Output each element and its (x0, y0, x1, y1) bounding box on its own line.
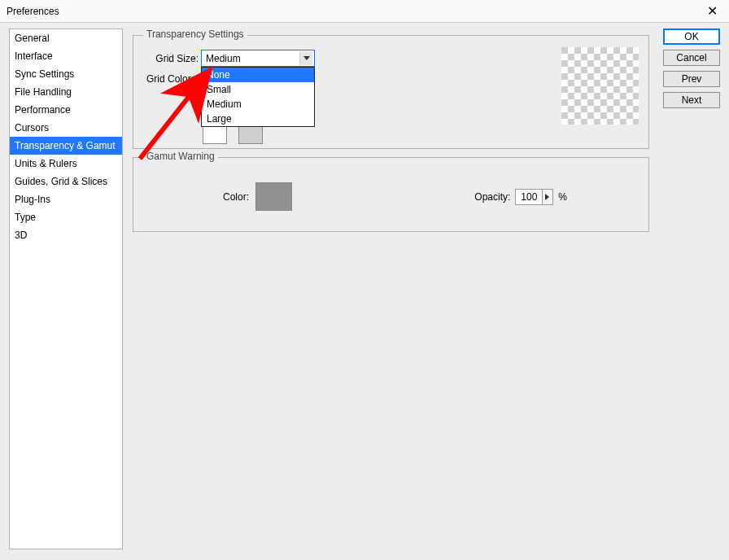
opacity-label: Opacity: (474, 191, 510, 203)
sidebar-item-sync-settings[interactable]: Sync Settings (10, 65, 122, 83)
cancel-button[interactable]: Cancel (663, 50, 720, 66)
dropdown-option-large[interactable]: Large (202, 112, 314, 126)
transparency-legend: Transparency Settings (143, 28, 247, 40)
button-label: Prev (682, 73, 702, 85)
chevron-down-icon (299, 51, 312, 65)
transparency-settings-group: Transparency Settings Grid Size: Medium … (133, 35, 649, 149)
sidebar-item-label: 3D (15, 230, 27, 241)
button-label: Next (682, 94, 702, 106)
sidebar-item-transparency-gamut[interactable]: Transparency & Gamut (10, 137, 122, 155)
sidebar-item-label: General (15, 33, 50, 44)
dialog-buttons: OK Cancel Prev Next (663, 28, 720, 113)
window-title: Preferences (7, 6, 59, 17)
option-label: Large (207, 113, 232, 125)
sidebar-item-label: Sync Settings (15, 68, 74, 80)
sidebar-item-interface[interactable]: Interface (10, 47, 122, 65)
sidebar-item-file-handling[interactable]: File Handling (10, 83, 122, 101)
option-label: Small (207, 84, 231, 95)
svg-rect-3 (561, 47, 639, 125)
grid-size-value: Medium (206, 53, 241, 64)
opacity-value: 100 (521, 191, 537, 203)
sidebar-item-plug-ins[interactable]: Plug-Ins (10, 190, 122, 208)
opacity-unit: % (558, 191, 567, 203)
button-label: Cancel (676, 52, 706, 63)
gamut-warning-group: Gamut Warning Color: Opacity: 100 % (133, 157, 649, 232)
sidebar-item-label: Units & Rulers (15, 158, 77, 169)
sidebar-item-label: Plug-Ins (15, 194, 50, 205)
sidebar-item-general[interactable]: General (10, 29, 122, 47)
opacity-input[interactable]: 100 (515, 189, 543, 205)
next-button[interactable]: Next (663, 92, 720, 108)
close-icon[interactable]: ✕ (702, 2, 722, 20)
grid-size-dropdown-list: None Small Medium Large (201, 67, 315, 127)
sidebar-item-type[interactable]: Type (10, 208, 122, 226)
grid-size-dropdown[interactable]: Medium (201, 50, 315, 67)
button-label: OK (684, 31, 698, 42)
gamut-legend: Gamut Warning (143, 151, 218, 162)
option-label: Medium (207, 98, 242, 110)
opacity-flyout-button[interactable] (542, 189, 553, 205)
ok-button[interactable]: OK (663, 28, 720, 45)
sidebar-item-label: Guides, Grid & Slices (15, 176, 107, 187)
dropdown-option-none[interactable]: None (202, 68, 314, 82)
transparency-preview (561, 47, 639, 125)
grid-size-label: Grid Size: (148, 53, 199, 64)
gamut-color-swatch[interactable] (255, 182, 292, 211)
dropdown-option-small[interactable]: Small (202, 82, 314, 97)
sidebar-item-units-rulers[interactable]: Units & Rulers (10, 155, 122, 173)
gamut-color-label: Color: (133, 191, 249, 203)
titlebar: Preferences ✕ (0, 0, 729, 23)
sidebar-item-3d[interactable]: 3D (10, 226, 122, 244)
sidebar-item-label: Cursors (15, 122, 49, 133)
sidebar-item-cursors[interactable]: Cursors (10, 119, 122, 137)
sidebar-item-label: Type (15, 212, 36, 223)
sidebar-item-label: Interface (15, 50, 53, 62)
prev-button[interactable]: Prev (663, 71, 720, 87)
category-sidebar: General Interface Sync Settings File Han… (9, 28, 123, 549)
dropdown-option-medium[interactable]: Medium (202, 97, 314, 112)
sidebar-item-label: Transparency & Gamut (15, 140, 116, 151)
sidebar-item-performance[interactable]: Performance (10, 101, 122, 119)
sidebar-item-label: File Handling (15, 86, 72, 98)
grid-colors-label: Grid Colors: (142, 73, 199, 85)
option-label: None (207, 69, 230, 81)
sidebar-item-label: Performance (15, 104, 71, 116)
sidebar-item-guides-grid-slices[interactable]: Guides, Grid & Slices (10, 173, 122, 190)
